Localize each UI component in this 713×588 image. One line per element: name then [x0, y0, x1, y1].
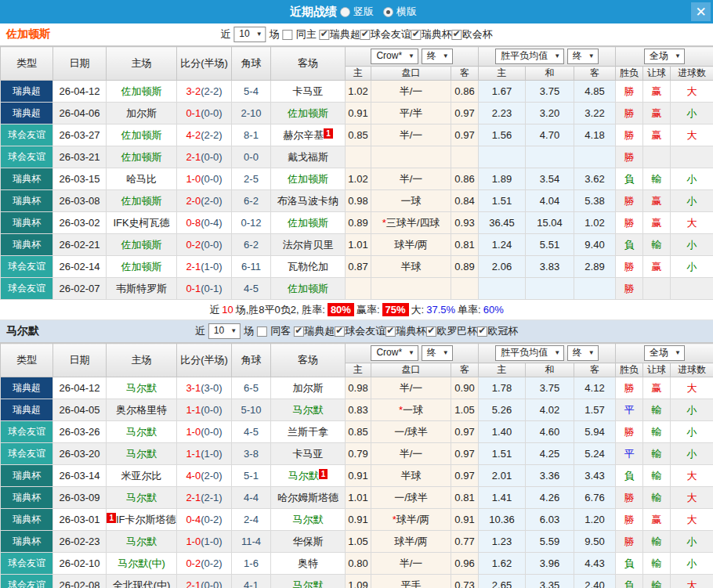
league-checkbox[interactable]	[385, 326, 396, 337]
close-icon[interactable]: ✕	[691, 2, 711, 21]
corner-cell: 4-1	[232, 575, 271, 588]
horizontal-layout-radio[interactable]	[383, 7, 393, 17]
score-cell: 0-1(0-1)	[177, 278, 232, 300]
away-team-cell: 奥特	[271, 553, 346, 575]
avg-home-cell: 1.89	[479, 168, 526, 190]
handicap-result-cell: 赢	[643, 190, 671, 212]
odds-provider-select[interactable]: Crow*▼	[371, 49, 418, 64]
home-team-cell: IFK史柯瓦德	[107, 212, 177, 234]
vertical-layout-radio[interactable]	[340, 7, 350, 17]
match-date-cell: 26-03-26	[53, 421, 107, 443]
home-team-cell: 佐加顿斯	[107, 234, 177, 256]
home-team-cell: 全北现代(中)	[107, 575, 177, 588]
result-cell: 勝	[616, 531, 643, 553]
away-team-cell: 兰斯干拿	[271, 421, 346, 443]
same-venue-checkbox[interactable]	[283, 30, 293, 40]
ranking-badge: 1	[319, 469, 328, 479]
away-odds-cell: 0.96	[451, 553, 479, 575]
match-date-cell: 26-04-12	[53, 81, 107, 103]
away-team-cell: 加尔斯	[271, 377, 346, 399]
handicap-cell: 平手	[371, 575, 451, 588]
away-team-cell: 马尔默1	[271, 465, 346, 487]
recent-label: 近	[195, 324, 205, 338]
away-odds-cell: 0.97	[451, 465, 479, 487]
match-row: 瑞典超26-04-05奥尔格里特1-1(0-0)5-10马尔默0.83*一球1.…	[1, 399, 713, 421]
avg-home-cell: 2.06	[479, 256, 526, 278]
scope-select[interactable]: 全场▼	[644, 49, 685, 64]
col-score: 比分(半场)	[177, 344, 232, 377]
home-team-cell: 米亚尔比	[107, 465, 177, 487]
goals-result-cell: 小	[671, 234, 713, 256]
handicap-result-cell: 赢	[643, 103, 671, 124]
avg-odds-select[interactable]: 胜平负均值▼	[495, 49, 564, 64]
summary-text: 场,胜8平0负2, 胜率:	[236, 303, 325, 317]
odds-time-select[interactable]: 终▼	[422, 345, 453, 361]
avg-away-cell: 4.85	[574, 81, 616, 103]
match-row: 瑞典超26-04-12佐加顿斯3-2(2-2)5-4卡马亚1.02半/一0.86…	[1, 81, 713, 103]
avg-home-cell: 1.40	[479, 421, 526, 443]
avg-time-select[interactable]: 终▼	[567, 345, 599, 361]
same-venue-checkbox[interactable]	[257, 326, 267, 337]
away-odds-cell: 0.86	[451, 168, 479, 190]
league-checkbox[interactable]	[411, 30, 422, 40]
match-type-cell: 球会友谊	[1, 278, 53, 300]
match-count-select[interactable]: 10▼	[233, 27, 266, 42]
score-cell: 2-1(1-0)	[177, 256, 232, 278]
league-label: 瑞典超	[330, 27, 360, 41]
odds-time-select[interactable]: 终▼	[422, 49, 453, 64]
league-checkbox[interactable]	[294, 326, 304, 337]
away-odds-cell: 0.81	[451, 487, 479, 509]
match-type-cell: 瑞典杯	[1, 487, 53, 509]
home-team-cell: 韦斯特罗斯	[107, 278, 177, 300]
section-head-djurgardens: 佐加顿斯 近 10▼ 场 同主 瑞典超球会友谊瑞典杯欧会杯	[0, 23, 713, 46]
home-team-cell: 马尔默	[107, 377, 177, 399]
handicap-cell: 球半/两	[371, 531, 451, 553]
filter-bar: 近 10▼ 场 同客 瑞典超球会友谊瑞典杯欧罗巴杯欧冠杯	[195, 323, 518, 339]
chevron-down-icon: ▼	[443, 50, 449, 62]
handicap-result-cell: 赢	[643, 256, 671, 278]
home-team-cell: 奥尔格里特	[107, 399, 177, 421]
match-type-cell: 瑞典杯	[1, 234, 53, 256]
league-checkbox[interactable]	[426, 326, 436, 337]
handicap-result-cell: 赢	[643, 377, 671, 399]
goals-result-cell: 大	[671, 465, 713, 487]
goals-result-cell: 小	[671, 168, 713, 190]
avg-draw-cell: 4.25	[526, 443, 574, 465]
league-checkbox[interactable]	[452, 30, 462, 40]
handicap-result-cell: 赢	[643, 212, 671, 234]
corner-cell: 4-5	[232, 278, 271, 300]
avg-home-cell: 1.23	[479, 531, 526, 553]
handicap-result-cell	[643, 146, 671, 168]
scope-select[interactable]: 全场▼	[644, 345, 685, 361]
league-checkbox[interactable]	[320, 30, 330, 40]
away-team-cell: 哈尔姆斯塔德	[271, 487, 346, 509]
window-title: 近期战绩	[290, 5, 337, 20]
avg-odds-select[interactable]: 胜平负均值▼	[495, 345, 564, 361]
avg-odds-group: 胜平负均值▼ 终▼	[479, 344, 616, 363]
chevron-down-icon: ▼	[588, 347, 595, 359]
league-checkbox[interactable]	[360, 30, 371, 40]
result-cell: 勝	[616, 256, 643, 278]
avg-time-select[interactable]: 终▼	[567, 49, 599, 64]
match-count-select[interactable]: 10▼	[208, 323, 241, 339]
scope-group: 全场▼	[616, 344, 713, 363]
avg-away-cell: 6.76	[574, 487, 616, 509]
match-row: 瑞典超26-04-06加尔斯0-1(0-0)2-10佐加顿斯0.91平/半0.9…	[1, 103, 713, 124]
avg-away-cell: 4.43	[574, 553, 616, 575]
away-team-cell: 卡马亚	[271, 443, 346, 465]
league-checkbox[interactable]	[477, 326, 487, 337]
home-odds-cell: 0.91	[346, 103, 371, 124]
score-cell: 0-2(0-2)	[177, 553, 232, 575]
result-cell: 勝	[616, 190, 643, 212]
away-team-cell: 卡马亚	[271, 81, 346, 103]
chevron-down-icon: ▼	[230, 325, 237, 337]
odds-provider-select[interactable]: Crow*▼	[371, 345, 418, 361]
home-team-cell: 佐加顿斯	[107, 81, 177, 103]
handicap-cell	[371, 278, 451, 300]
avg-away-cell: 9.40	[574, 234, 616, 256]
match-type-cell: 球会友谊	[1, 553, 53, 575]
league-checkbox[interactable]	[335, 326, 345, 337]
home-odds-cell: 0.89	[346, 212, 371, 234]
goals-result-cell: 大	[671, 212, 713, 234]
handicap-result-cell: 輸	[643, 234, 671, 256]
